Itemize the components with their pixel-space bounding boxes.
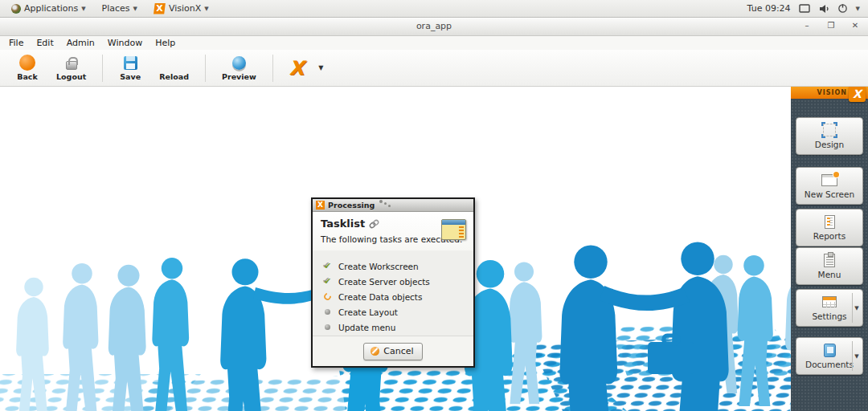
- cancel-button[interactable]: Cancel: [363, 343, 422, 360]
- minimize-button[interactable]: –: [800, 19, 813, 32]
- visionx-toolbar-button[interactable]: X: [283, 57, 311, 79]
- sidebar-button-dropdown[interactable]: ▼: [852, 293, 861, 323]
- visionx-label: VisionX: [169, 3, 201, 14]
- toolbar-button[interactable]: Back: [10, 52, 45, 83]
- processing-dialog: X Processing Tasklist The following task…: [311, 197, 475, 368]
- task-row: ✔✔ Create Layout: [322, 304, 464, 319]
- dialog-title: Processing: [328, 201, 375, 210]
- sidebar-button-icon: [824, 254, 835, 267]
- toolbar-button[interactable]: Logout: [50, 52, 92, 83]
- menu-item[interactable]: Window: [102, 37, 148, 49]
- toolbar-icon: [232, 56, 246, 70]
- display-icon[interactable]: [799, 3, 810, 14]
- places-menu[interactable]: Places ▼: [96, 2, 144, 15]
- workscreen-form-icon: [441, 219, 466, 240]
- toolbar-icon: [124, 56, 137, 70]
- toolbar: Back Logout Save Reload Prev: [0, 50, 868, 87]
- toolbar-separator: [102, 55, 103, 82]
- dialog-titlebar[interactable]: X Processing: [313, 199, 473, 212]
- sidebar-button-icon: [823, 124, 836, 136]
- visionx-sidebar: VISION X Design ▼ New Screen: [791, 87, 868, 411]
- toolbar-button[interactable]: Save: [113, 52, 148, 83]
- task-row: ✔✔ Create Workscreen: [322, 258, 464, 274]
- chevron-down-icon: ▼: [204, 6, 208, 12]
- toolbar-icon: [19, 55, 35, 71]
- check-icon: ✔✔: [322, 277, 332, 287]
- window-title: ora_app: [0, 21, 868, 31]
- pending-bullet-icon: [325, 309, 330, 315]
- dialog-heading: Tasklist: [321, 218, 365, 230]
- sidebar-button[interactable]: New Screen ▼: [796, 167, 863, 205]
- visionx-logo-icon: X: [154, 3, 166, 14]
- toolbar-dropdown-caret[interactable]: ▼: [318, 64, 323, 71]
- menu-item[interactable]: File: [3, 37, 29, 49]
- toolbar-icon: [66, 61, 77, 70]
- close-button[interactable]: ✕: [849, 19, 862, 32]
- sidebar-button[interactable]: Menu ▼: [796, 247, 863, 285]
- sidebar-button[interactable]: Reports ▼: [796, 209, 863, 246]
- power-icon[interactable]: [837, 3, 848, 14]
- visionx-x-logo-icon[interactable]: X: [849, 87, 866, 102]
- visionx-menu[interactable]: X VisionX ▼: [147, 2, 215, 16]
- toolbar-button[interactable]: Reload: [153, 52, 195, 83]
- spinner-icon: [322, 291, 333, 302]
- places-label: Places: [102, 3, 130, 14]
- task-row: ✔✔ Create Data objects: [322, 289, 464, 304]
- chevron-down-icon[interactable]: ▼: [856, 6, 860, 12]
- link-icon: [369, 219, 379, 229]
- pending-bullet-icon: [325, 324, 330, 330]
- sidebar-header-title: VISION: [817, 89, 847, 96]
- workspace-background: VISION X Design ▼ New Screen: [0, 87, 868, 411]
- window-titlebar: ora_app – ❐ ✕: [0, 18, 868, 36]
- applications-menu[interactable]: Applications ▼: [5, 2, 92, 15]
- sidebar-button-dropdown[interactable]: ▼: [852, 341, 861, 371]
- sidebar-button-icon: [824, 344, 836, 357]
- dialog-footer: Cancel: [313, 336, 473, 366]
- menu-item[interactable]: Help: [149, 37, 181, 49]
- menu-bar: FileEditAdminWindowHelp: [0, 36, 868, 50]
- visionx-gear-icon: X: [289, 59, 305, 77]
- sidebar-header: VISION X: [791, 87, 868, 99]
- cancel-icon: [371, 347, 379, 356]
- visionx-dialog-icon: X: [316, 201, 325, 210]
- volume-icon[interactable]: [818, 3, 829, 14]
- applications-icon: [11, 4, 21, 14]
- toolbar-button[interactable]: Preview: [215, 52, 263, 83]
- chevron-down-icon: ▼: [81, 6, 85, 12]
- dialog-header: Tasklist The following tasks are execute…: [313, 212, 473, 250]
- applications-label: Applications: [24, 3, 78, 14]
- toolbar-separator: [205, 55, 206, 82]
- toolbar-separator: [272, 55, 273, 82]
- menu-item[interactable]: Admin: [61, 37, 100, 49]
- task-row: ✔✔ Update menu: [322, 319, 464, 335]
- clock[interactable]: Tue 09:24: [747, 3, 791, 14]
- sidebar-button-icon: [822, 296, 837, 307]
- sidebar-button-icon: [821, 174, 837, 186]
- sidebar-button-icon: [825, 215, 835, 229]
- maximize-button[interactable]: ❐: [825, 19, 837, 32]
- processing-spinner-dots-icon: [379, 200, 391, 207]
- sidebar-button[interactable]: Documents ▼: [796, 337, 863, 375]
- sidebar-button[interactable]: Design ▼: [796, 117, 863, 155]
- desktop-top-panel: Applications ▼ Places ▼ X VisionX ▼ Tue …: [0, 0, 868, 18]
- chevron-down-icon: ▼: [133, 6, 137, 12]
- check-icon: ✔✔: [322, 262, 332, 271]
- sidebar-button[interactable]: Settings ▼: [796, 289, 863, 327]
- task-row: ✔✔ Create Server objects: [322, 274, 464, 289]
- menu-item[interactable]: Edit: [31, 37, 59, 49]
